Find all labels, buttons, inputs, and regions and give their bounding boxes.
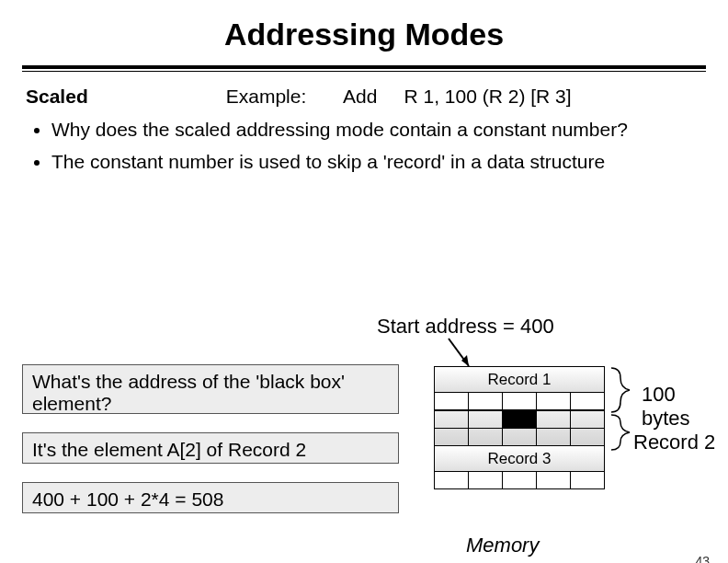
record-3: Record 3 (434, 445, 605, 489)
record-2-row2 (435, 428, 604, 445)
question-box: What's the address of the 'black box' el… (22, 364, 399, 414)
memory-caption: Memory (466, 534, 539, 557)
svg-line-0 (449, 339, 469, 366)
black-box-cell (503, 411, 537, 428)
memory-diagram: Record 1 Record 3 (434, 366, 605, 489)
record-1-cells (435, 392, 604, 409)
arrow-icon (439, 334, 476, 371)
body-content: Scaled Example: Add R 1, 100 (R 2) [R 3]… (26, 83, 702, 176)
bullet-item: Why does the scaled addressing mode cont… (51, 116, 702, 144)
answer2-box: 400 + 100 + 2*4 = 508 (22, 482, 399, 513)
answer1-box: It's the element A[2] of Record 2 (22, 432, 399, 464)
bullet-item: The constant number is used to skip a 'r… (51, 148, 702, 176)
svg-marker-1 (461, 355, 469, 366)
record-2 (434, 409, 605, 445)
bytes-annotation: 100 bytes (642, 383, 728, 431)
bullet-list: Why does the scaled addressing mode cont… (35, 116, 702, 176)
page-title: Addressing Modes (0, 17, 728, 52)
example-body: Add R 1, 100 (R 2) [R 3] (306, 83, 571, 110)
brace-record2-icon (607, 413, 634, 452)
record-1: Record 1 (434, 366, 605, 409)
brace-100bytes-icon (607, 366, 634, 414)
record2-annotation: Record 2 (633, 431, 715, 454)
example-prefix: Example: (226, 83, 307, 110)
record-3-label: Record 3 (435, 446, 604, 471)
record-1-label: Record 1 (435, 367, 604, 392)
page-number: 43 (695, 554, 710, 563)
start-address-label: Start address = 400 (377, 315, 554, 339)
title-underline (22, 65, 706, 72)
mode-name: Scaled (26, 83, 226, 110)
record-2-row1 (435, 410, 604, 428)
example-line: Scaled Example: Add R 1, 100 (R 2) [R 3] (26, 83, 702, 110)
record-3-cells (435, 471, 604, 488)
